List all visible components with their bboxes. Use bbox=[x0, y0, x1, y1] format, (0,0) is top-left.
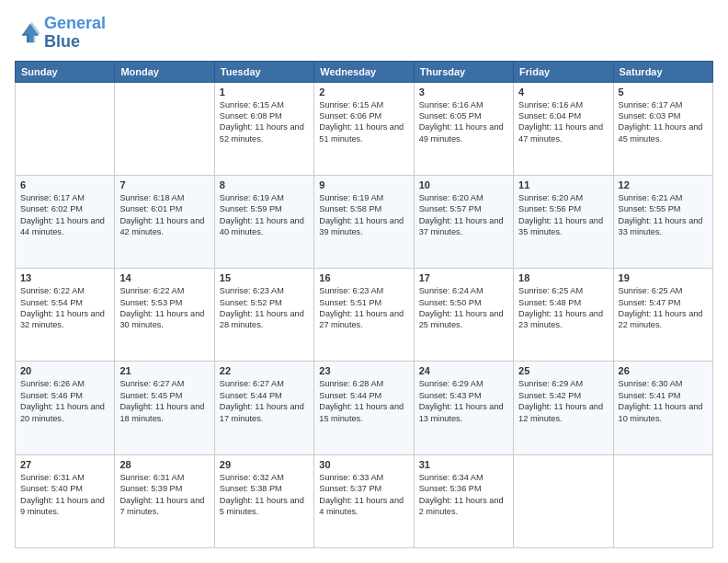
day-info: Sunrise: 6:24 AMSunset: 5:50 PMDaylight:… bbox=[419, 285, 508, 331]
day-info: Sunrise: 6:30 AMSunset: 5:41 PMDaylight:… bbox=[619, 378, 708, 424]
day-number: 6 bbox=[20, 179, 109, 190]
weekday-header-row: SundayMondayTuesdayWednesdayThursdayFrid… bbox=[16, 61, 713, 82]
day-number: 23 bbox=[319, 365, 408, 376]
day-number: 4 bbox=[518, 86, 608, 98]
day-cell bbox=[613, 454, 712, 547]
day-cell: 26Sunrise: 6:30 AMSunset: 5:41 PMDayligh… bbox=[613, 362, 712, 454]
day-number: 8 bbox=[220, 179, 309, 190]
day-cell: 27Sunrise: 6:31 AMSunset: 5:40 PMDayligh… bbox=[16, 454, 115, 547]
day-info: Sunrise: 6:16 AMSunset: 6:04 PMDaylight:… bbox=[518, 99, 608, 145]
day-info: Sunrise: 6:33 AMSunset: 5:37 PMDaylight:… bbox=[319, 472, 408, 518]
day-cell: 14Sunrise: 6:22 AMSunset: 5:53 PMDayligh… bbox=[115, 269, 214, 362]
day-number: 5 bbox=[619, 86, 708, 98]
day-cell: 1Sunrise: 6:15 AMSunset: 6:08 PMDaylight… bbox=[214, 82, 313, 175]
day-cell: 10Sunrise: 6:20 AMSunset: 5:57 PMDayligh… bbox=[414, 175, 513, 268]
page: General Blue SundayMondayTuesdayWednesda… bbox=[0, 0, 728, 563]
day-cell: 20Sunrise: 6:26 AMSunset: 5:46 PMDayligh… bbox=[16, 362, 115, 454]
day-info: Sunrise: 6:20 AMSunset: 5:57 PMDaylight:… bbox=[419, 192, 508, 238]
day-number: 16 bbox=[319, 272, 408, 283]
day-number: 11 bbox=[518, 179, 608, 190]
day-number: 24 bbox=[419, 365, 508, 376]
day-info: Sunrise: 6:25 AMSunset: 5:48 PMDaylight:… bbox=[518, 285, 608, 331]
day-info: Sunrise: 6:25 AMSunset: 5:47 PMDaylight:… bbox=[619, 285, 708, 331]
day-cell: 16Sunrise: 6:23 AMSunset: 5:51 PMDayligh… bbox=[314, 269, 414, 362]
day-number: 26 bbox=[619, 365, 708, 376]
day-info: Sunrise: 6:15 AMSunset: 6:06 PMDaylight:… bbox=[319, 99, 408, 145]
day-info: Sunrise: 6:28 AMSunset: 5:44 PMDaylight:… bbox=[319, 378, 408, 424]
day-cell: 15Sunrise: 6:23 AMSunset: 5:52 PMDayligh… bbox=[214, 269, 313, 362]
day-info: Sunrise: 6:27 AMSunset: 5:45 PMDaylight:… bbox=[119, 378, 209, 424]
day-number: 9 bbox=[319, 179, 408, 190]
day-cell: 13Sunrise: 6:22 AMSunset: 5:54 PMDayligh… bbox=[16, 269, 115, 362]
day-cell: 31Sunrise: 6:34 AMSunset: 5:36 PMDayligh… bbox=[414, 454, 513, 547]
weekday-header-tuesday: Tuesday bbox=[214, 61, 313, 82]
day-number: 1 bbox=[220, 86, 309, 98]
calendar-table: SundayMondayTuesdayWednesdayThursdayFrid… bbox=[15, 61, 713, 548]
day-number: 3 bbox=[419, 86, 508, 98]
day-cell: 11Sunrise: 6:20 AMSunset: 5:56 PMDayligh… bbox=[514, 175, 613, 268]
day-cell: 30Sunrise: 6:33 AMSunset: 5:37 PMDayligh… bbox=[314, 454, 414, 547]
day-cell: 2Sunrise: 6:15 AMSunset: 6:06 PMDaylight… bbox=[314, 82, 414, 175]
day-number: 22 bbox=[220, 365, 309, 376]
day-cell: 23Sunrise: 6:28 AMSunset: 5:44 PMDayligh… bbox=[314, 362, 414, 454]
day-cell: 5Sunrise: 6:17 AMSunset: 6:03 PMDaylight… bbox=[613, 82, 712, 175]
day-cell: 24Sunrise: 6:29 AMSunset: 5:43 PMDayligh… bbox=[414, 362, 513, 454]
day-info: Sunrise: 6:29 AMSunset: 5:42 PMDaylight:… bbox=[518, 378, 608, 424]
week-row-3: 13Sunrise: 6:22 AMSunset: 5:54 PMDayligh… bbox=[16, 269, 713, 362]
day-info: Sunrise: 6:22 AMSunset: 5:53 PMDaylight:… bbox=[119, 285, 209, 331]
day-cell: 18Sunrise: 6:25 AMSunset: 5:48 PMDayligh… bbox=[514, 269, 613, 362]
weekday-header-monday: Monday bbox=[115, 61, 214, 82]
day-number: 18 bbox=[518, 272, 608, 283]
day-number: 12 bbox=[619, 179, 708, 190]
day-cell: 17Sunrise: 6:24 AMSunset: 5:50 PMDayligh… bbox=[414, 269, 513, 362]
day-number: 14 bbox=[119, 272, 209, 283]
day-number: 2 bbox=[319, 86, 408, 98]
day-cell: 19Sunrise: 6:25 AMSunset: 5:47 PMDayligh… bbox=[613, 269, 712, 362]
day-info: Sunrise: 6:26 AMSunset: 5:46 PMDaylight:… bbox=[20, 378, 109, 424]
day-info: Sunrise: 6:18 AMSunset: 6:01 PMDaylight:… bbox=[119, 192, 209, 238]
day-info: Sunrise: 6:32 AMSunset: 5:38 PMDaylight:… bbox=[220, 472, 309, 518]
week-row-5: 27Sunrise: 6:31 AMSunset: 5:40 PMDayligh… bbox=[16, 454, 713, 547]
day-cell: 4Sunrise: 6:16 AMSunset: 6:04 PMDaylight… bbox=[514, 82, 613, 175]
day-cell: 29Sunrise: 6:32 AMSunset: 5:38 PMDayligh… bbox=[214, 454, 313, 547]
day-info: Sunrise: 6:15 AMSunset: 6:08 PMDaylight:… bbox=[220, 99, 309, 145]
day-info: Sunrise: 6:31 AMSunset: 5:40 PMDaylight:… bbox=[20, 472, 109, 518]
svg-marker-1 bbox=[23, 22, 40, 42]
day-number: 7 bbox=[119, 179, 209, 190]
day-info: Sunrise: 6:31 AMSunset: 5:39 PMDaylight:… bbox=[119, 472, 209, 518]
day-cell bbox=[115, 82, 214, 175]
weekday-header-sunday: Sunday bbox=[16, 61, 115, 82]
weekday-header-wednesday: Wednesday bbox=[314, 61, 414, 82]
day-cell: 7Sunrise: 6:18 AMSunset: 6:01 PMDaylight… bbox=[115, 175, 214, 268]
logo-icon bbox=[15, 20, 40, 46]
day-info: Sunrise: 6:29 AMSunset: 5:43 PMDaylight:… bbox=[419, 378, 508, 424]
weekday-header-friday: Friday bbox=[514, 61, 613, 82]
day-number: 17 bbox=[419, 272, 508, 283]
header: General Blue bbox=[15, 15, 713, 52]
day-number: 19 bbox=[619, 272, 708, 283]
day-cell: 12Sunrise: 6:21 AMSunset: 5:55 PMDayligh… bbox=[613, 175, 712, 268]
day-cell: 8Sunrise: 6:19 AMSunset: 5:59 PMDaylight… bbox=[214, 175, 313, 268]
day-cell: 3Sunrise: 6:16 AMSunset: 6:05 PMDaylight… bbox=[414, 82, 513, 175]
day-number: 15 bbox=[220, 272, 309, 283]
day-cell: 28Sunrise: 6:31 AMSunset: 5:39 PMDayligh… bbox=[115, 454, 214, 547]
day-info: Sunrise: 6:22 AMSunset: 5:54 PMDaylight:… bbox=[20, 285, 109, 331]
week-row-1: 1Sunrise: 6:15 AMSunset: 6:08 PMDaylight… bbox=[16, 82, 713, 175]
day-number: 13 bbox=[20, 272, 109, 283]
day-number: 10 bbox=[419, 179, 508, 190]
logo-text: General Blue bbox=[44, 15, 106, 52]
day-number: 27 bbox=[20, 459, 109, 470]
day-number: 29 bbox=[220, 459, 309, 470]
day-cell bbox=[514, 454, 613, 547]
day-info: Sunrise: 6:17 AMSunset: 6:02 PMDaylight:… bbox=[20, 192, 109, 238]
day-cell: 21Sunrise: 6:27 AMSunset: 5:45 PMDayligh… bbox=[115, 362, 214, 454]
day-number: 31 bbox=[419, 459, 508, 470]
day-number: 30 bbox=[319, 459, 408, 470]
day-info: Sunrise: 6:19 AMSunset: 5:59 PMDaylight:… bbox=[220, 192, 309, 238]
day-info: Sunrise: 6:34 AMSunset: 5:36 PMDaylight:… bbox=[419, 472, 508, 518]
day-cell: 22Sunrise: 6:27 AMSunset: 5:44 PMDayligh… bbox=[214, 362, 313, 454]
weekday-header-thursday: Thursday bbox=[414, 61, 513, 82]
day-info: Sunrise: 6:23 AMSunset: 5:52 PMDaylight:… bbox=[220, 285, 309, 331]
day-number: 20 bbox=[20, 365, 109, 376]
day-number: 21 bbox=[119, 365, 209, 376]
